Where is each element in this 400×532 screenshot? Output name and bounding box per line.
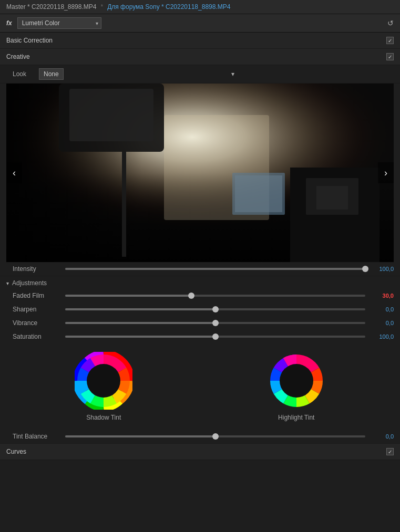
prev-button[interactable]: ‹ (6, 162, 22, 183)
highlight-tint-wheel[interactable] (268, 352, 325, 410)
basic-correction-header: Basic Correction (0, 33, 400, 49)
svg-rect-5 (69, 89, 153, 141)
sharpen-value: 0,0 (371, 306, 394, 312)
sharpen-fill (65, 308, 216, 310)
svg-rect-9 (235, 175, 282, 212)
intensity-slider[interactable] (65, 268, 365, 270)
faded-film-slider[interactable] (65, 295, 365, 297)
highlight-tint-label: Highlight Tint (278, 414, 314, 421)
svg-point-16 (87, 364, 120, 398)
vibrance-label: Vibrance (13, 319, 60, 327)
creative-title: Creative (6, 53, 30, 60)
look-select[interactable]: None (39, 68, 64, 80)
curves-header: Curves (0, 444, 400, 460)
tint-balance-fill (65, 435, 216, 437)
preview-image (6, 84, 394, 262)
preview-svg (6, 84, 394, 262)
tint-wheels-row: Shadow Tint Highlight Tint (0, 343, 400, 430)
next-button[interactable]: › (378, 162, 394, 183)
saturation-row: Saturation 100,0 (0, 330, 400, 343)
faded-film-label: Faded Film (13, 292, 60, 299)
saturation-value: 100,0 (371, 333, 394, 340)
adjustments-header[interactable]: ▾ Adjustments (0, 276, 400, 289)
fx-bar: fx Lumetri Color ↺ (0, 14, 400, 33)
vibrance-fill (65, 322, 216, 324)
preview-container: ‹ › (6, 84, 394, 262)
saturation-fill (65, 336, 216, 338)
intensity-label: Intensity (13, 265, 60, 273)
faded-film-value: 30,0 (371, 293, 394, 299)
master-title: Master * C20220118_8898.MP4 (6, 3, 96, 11)
top-bar: Master * C20220118_8898.MP4 * Для форума… (0, 0, 400, 14)
tint-balance-row: Tint Balance 0,0 (0, 430, 400, 443)
tint-balance-label: Tint Balance (13, 433, 60, 440)
saturation-slider[interactable] (65, 336, 365, 338)
intensity-value: 100,0 (371, 266, 394, 272)
svg-point-17 (280, 364, 313, 398)
adjustments-arrow-icon: ▾ (6, 280, 9, 286)
adjustments-title: Adjustments (12, 279, 47, 287)
basic-correction-title: Basic Correction (6, 37, 53, 44)
creative-checkbox[interactable] (386, 53, 394, 60)
svg-rect-6 (122, 152, 126, 257)
sharpen-thumb[interactable] (212, 306, 219, 312)
forum-link[interactable]: Для форума Sony * C20220118_8898.MP4 (107, 3, 230, 11)
saturation-thumb[interactable] (212, 333, 219, 340)
shadow-tint-label: Shadow Tint (86, 414, 121, 421)
vibrance-value: 0,0 (371, 320, 394, 326)
fx-label: fx (6, 19, 12, 27)
vibrance-row: Vibrance 0,0 (0, 316, 400, 330)
tint-balance-value: 0,0 (371, 433, 394, 440)
look-row: Look None (0, 65, 400, 84)
vibrance-slider[interactable] (65, 322, 365, 324)
tint-balance-slider[interactable] (65, 435, 365, 437)
vibrance-thumb[interactable] (212, 320, 219, 326)
separator-icon: * (100, 3, 103, 11)
saturation-label: Saturation (13, 333, 60, 340)
creative-header: Creative (0, 49, 400, 65)
intensity-row: Intensity 100,0 (0, 262, 400, 276)
sharpen-label: Sharpen (13, 306, 60, 313)
look-select-wrapper[interactable]: None (39, 68, 239, 80)
sharpen-row: Sharpen 0,0 (0, 302, 400, 316)
curves-checkbox[interactable] (386, 448, 394, 455)
sharpen-slider[interactable] (65, 308, 365, 310)
effect-select-wrapper[interactable]: Lumetri Color (17, 17, 101, 29)
faded-film-fill (65, 295, 191, 297)
intensity-fill (65, 268, 365, 270)
highlight-tint-container: Highlight Tint (268, 352, 325, 421)
look-label: Look (13, 70, 34, 78)
faded-film-thumb[interactable] (188, 293, 194, 299)
curves-title: Curves (6, 448, 26, 455)
intensity-thumb[interactable] (362, 266, 368, 272)
tint-balance-thumb[interactable] (212, 433, 219, 440)
faded-film-row: Faded Film 30,0 (0, 289, 400, 302)
reset-button[interactable]: ↺ (387, 19, 394, 27)
svg-rect-12 (316, 186, 348, 210)
basic-correction-checkbox[interactable] (386, 37, 394, 44)
shadow-tint-wheel[interactable] (75, 352, 132, 410)
shadow-tint-container: Shadow Tint (75, 352, 132, 421)
effect-select[interactable]: Lumetri Color (17, 17, 101, 29)
